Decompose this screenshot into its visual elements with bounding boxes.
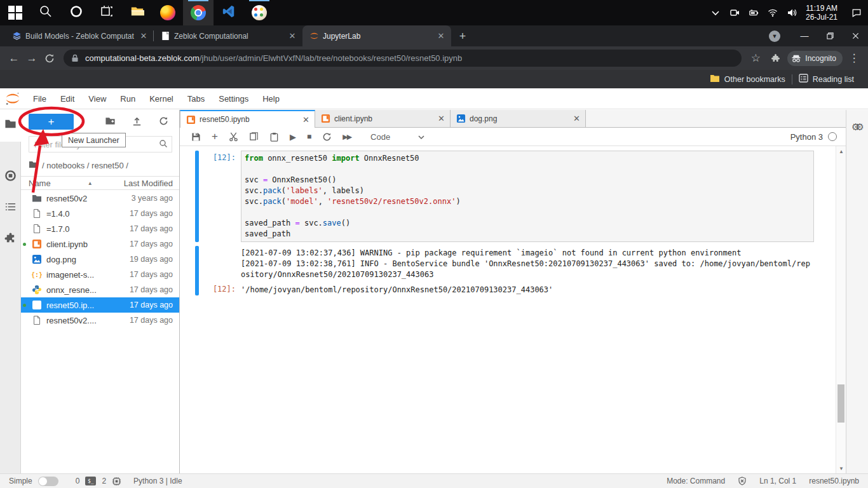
chrome-button[interactable] bbox=[183, 0, 214, 25]
dock-tab-client.ipynb[interactable]: client.ipynb✕ bbox=[315, 110, 451, 127]
close-tab-icon[interactable]: ✕ bbox=[436, 31, 446, 41]
cell-type-dropdown[interactable]: Code bbox=[370, 132, 424, 142]
column-header-name[interactable]: Name bbox=[21, 179, 51, 188]
action-center-icon[interactable] bbox=[851, 8, 862, 18]
file-row-resnet50v2....[interactable]: resnet50v2....17 days ago bbox=[21, 313, 179, 328]
close-tab-icon[interactable]: ✕ bbox=[302, 115, 309, 125]
run-all-button[interactable]: ▶▶ bbox=[342, 133, 351, 141]
dock-tab-resnet50.ipynb[interactable]: resnet50.ipynb✕ bbox=[180, 110, 315, 128]
other-bookmarks[interactable]: Other bookmarks bbox=[703, 70, 792, 88]
browser-menu-icon[interactable]: ⋮ bbox=[845, 50, 863, 67]
menu-kernel[interactable]: Kernel bbox=[142, 90, 180, 107]
run-cell-button[interactable]: ▶ bbox=[290, 132, 296, 142]
cut-cells-button[interactable] bbox=[229, 132, 238, 142]
code-cell-editor[interactable]: from onnx_resnet50 import OnnxResnet50 s… bbox=[241, 151, 814, 242]
kernel-chip-icon[interactable] bbox=[112, 477, 121, 486]
extension-manager-tab[interactable] bbox=[0, 232, 21, 247]
minimize-button[interactable]: — bbox=[792, 25, 817, 46]
paint-button[interactable] bbox=[244, 0, 275, 25]
save-button[interactable] bbox=[191, 132, 201, 142]
wifi-icon[interactable] bbox=[768, 8, 778, 18]
upload-button[interactable] bbox=[129, 114, 144, 130]
reading-list[interactable]: Reading list bbox=[792, 70, 860, 88]
close-tab-icon[interactable]: ✕ bbox=[573, 114, 580, 123]
extensions-icon[interactable] bbox=[767, 50, 785, 67]
reload-button[interactable] bbox=[41, 50, 58, 67]
trust-shield-icon[interactable] bbox=[738, 477, 747, 485]
new-launcher-button[interactable]: + bbox=[29, 114, 74, 130]
back-button[interactable]: ← bbox=[5, 50, 23, 67]
file-browser-tab[interactable] bbox=[0, 118, 21, 132]
restore-button[interactable] bbox=[817, 25, 843, 46]
stop-kernel-button[interactable]: ■ bbox=[307, 132, 311, 141]
file-row--1.4.0[interactable]: =1.4.017 days ago bbox=[21, 206, 179, 221]
terminal-icon[interactable]: $_ bbox=[85, 477, 96, 485]
taskbar-clock[interactable]: 11:19 AM 26-Jul-21 bbox=[806, 4, 837, 22]
browser-tab-2[interactable]: Zeblok Computational✕ bbox=[154, 25, 302, 46]
scroll-down-icon[interactable]: ▼ bbox=[836, 463, 846, 473]
menu-view[interactable]: View bbox=[81, 90, 113, 107]
simple-mode-toggle[interactable] bbox=[38, 477, 58, 486]
task-view-button[interactable] bbox=[92, 0, 122, 25]
kernel-status-text[interactable]: Python 3 | Idle bbox=[133, 477, 182, 485]
menu-help[interactable]: Help bbox=[255, 90, 287, 107]
close-tab-icon[interactable]: ✕ bbox=[287, 31, 297, 41]
file-row--1.7.0[interactable]: =1.7.017 days ago bbox=[21, 221, 179, 236]
copy-cells-button[interactable] bbox=[249, 132, 259, 142]
scrollbar-thumb[interactable] bbox=[837, 384, 844, 423]
address-bar[interactable]: computational-beta.zeblok.com/jhub/user/… bbox=[64, 50, 742, 67]
menu-file[interactable]: File bbox=[26, 90, 53, 107]
file-row-resnet50v2[interactable]: resnet50v23 years ago bbox=[21, 191, 179, 206]
breadcrumb-notebooks[interactable]: notebooks bbox=[46, 161, 85, 170]
menu-tabs[interactable]: Tabs bbox=[180, 90, 212, 107]
file-row-client.ipynb[interactable]: client.ipynb17 days ago bbox=[21, 236, 179, 252]
cortana-button[interactable] bbox=[61, 0, 92, 25]
tray-chevron-icon[interactable] bbox=[710, 8, 721, 18]
close-tab-icon[interactable]: ✕ bbox=[438, 114, 445, 123]
refresh-button[interactable] bbox=[156, 114, 171, 130]
home-folder-icon[interactable] bbox=[29, 160, 38, 170]
restart-kernel-button[interactable] bbox=[322, 132, 332, 142]
close-tab-icon[interactable]: ✕ bbox=[139, 31, 149, 41]
taskbar-search-button[interactable] bbox=[31, 0, 61, 25]
file-row-imagenet-s...[interactable]: {:}imagenet-s...17 days ago bbox=[21, 267, 179, 282]
tab-search-button[interactable]: ▼ bbox=[769, 30, 780, 42]
lock-icon[interactable] bbox=[71, 54, 79, 62]
new-tab-button[interactable]: + bbox=[454, 27, 471, 45]
column-header-modified[interactable]: Last Modified bbox=[124, 179, 179, 188]
kernel-indicator[interactable]: Python 3 bbox=[790, 132, 846, 142]
firefox-button[interactable] bbox=[153, 0, 183, 25]
file-row-resnet50.ip...[interactable]: resnet50.ip...17 days ago bbox=[21, 297, 179, 313]
volume-icon[interactable] bbox=[787, 8, 797, 18]
notebook-scrollbar[interactable]: ▲ ▼ bbox=[836, 146, 846, 473]
image-icon bbox=[456, 114, 466, 124]
file-row-onnx-resne...[interactable]: onnx_resne...17 days ago bbox=[21, 282, 179, 297]
paste-cells-button[interactable] bbox=[269, 132, 279, 142]
meet-now-icon[interactable] bbox=[729, 8, 740, 18]
menu-run[interactable]: Run bbox=[113, 90, 142, 107]
bookmark-star-icon[interactable]: ☆ bbox=[747, 50, 764, 67]
menu-settings[interactable]: Settings bbox=[212, 90, 255, 107]
property-inspector-gears-icon[interactable]: ⚙⚙ bbox=[851, 121, 860, 133]
dock-tab-dog.png[interactable]: dog.png✕ bbox=[451, 110, 586, 127]
new-folder-button[interactable] bbox=[102, 114, 118, 130]
browser-tab-1[interactable]: Build Models - Zeblok Computat✕ bbox=[5, 25, 154, 46]
kernels-count[interactable]: 2 bbox=[102, 477, 106, 485]
scroll-up-icon[interactable]: ▲ bbox=[836, 146, 846, 156]
close-window-button[interactable] bbox=[843, 25, 868, 46]
file-row-dog.png[interactable]: dog.png19 days ago bbox=[21, 252, 179, 267]
vscode-button[interactable] bbox=[214, 0, 244, 25]
terminals-count[interactable]: 0 bbox=[76, 477, 80, 485]
forward-button[interactable]: → bbox=[23, 50, 41, 67]
command-mode-text[interactable]: Mode: Command bbox=[667, 477, 725, 485]
cursor-position-text[interactable]: Ln 1, Col 1 bbox=[759, 477, 796, 485]
battery-icon[interactable] bbox=[749, 8, 759, 18]
running-sessions-tab[interactable] bbox=[0, 170, 21, 184]
start-button[interactable] bbox=[0, 0, 31, 25]
table-of-contents-tab[interactable] bbox=[0, 201, 21, 215]
file-explorer-button[interactable] bbox=[122, 0, 153, 25]
browser-tab-3[interactable]: JupyterLab✕ bbox=[302, 25, 451, 46]
add-cell-button[interactable]: + bbox=[212, 130, 218, 143]
menu-edit[interactable]: Edit bbox=[53, 90, 81, 107]
breadcrumb-resnet50[interactable]: resnet50 bbox=[92, 161, 124, 170]
